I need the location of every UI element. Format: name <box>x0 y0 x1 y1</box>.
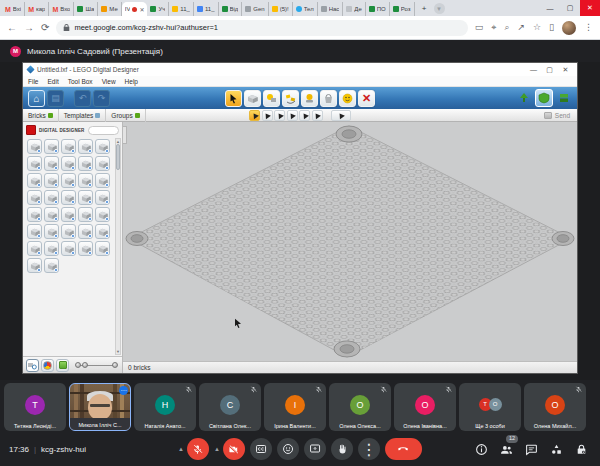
tab-close-icon[interactable]: ✕ <box>139 6 144 13</box>
cam-options-chevron-icon[interactable]: ▲ <box>214 446 220 452</box>
participant-tile[interactable]: О Олена Іванівна... <box>394 383 456 431</box>
brick-thumbnail[interactable] <box>44 241 59 256</box>
brick-info-icon[interactable] <box>71 183 75 187</box>
reactions-button[interactable] <box>277 438 299 460</box>
browser-tab[interactable]: MВхо <box>49 2 74 16</box>
browser-tab[interactable]: Від <box>219 2 243 16</box>
brick-info-icon[interactable] <box>37 234 41 238</box>
menu-item-edit[interactable]: Edit <box>47 78 58 85</box>
scrollbar-thumb[interactable] <box>116 144 120 170</box>
participants-button[interactable]: 12 <box>500 443 513 456</box>
browser-tab[interactable]: Нас <box>318 2 344 16</box>
brick-info-icon[interactable] <box>71 149 75 153</box>
brick-info-icon[interactable] <box>105 166 109 170</box>
filter-color-button[interactable] <box>41 359 54 372</box>
browser-tab[interactable]: ПО <box>366 2 390 16</box>
brick-info-icon[interactable] <box>37 268 41 272</box>
tile-menu-icon[interactable]: ⋯ <box>119 386 128 395</box>
side-panel-icon[interactable]: ▯ <box>549 23 554 32</box>
brick-thumbnail[interactable] <box>27 190 42 205</box>
panel-collapse-handle[interactable] <box>123 126 127 144</box>
brick-thumbnail[interactable] <box>61 139 76 154</box>
brick-thumbnail[interactable] <box>61 173 76 188</box>
participant-tile[interactable]: Н Наталія Анато... <box>134 383 196 431</box>
select-all-button[interactable] <box>312 110 323 121</box>
brick-info-icon[interactable] <box>37 166 41 170</box>
browser-menu-icon[interactable]: ⋮ <box>584 23 593 32</box>
leave-call-button[interactable] <box>385 438 422 460</box>
scroll-down-icon[interactable]: ▼ <box>116 349 120 354</box>
brick-thumbnail[interactable] <box>78 190 93 205</box>
brick-thumbnail[interactable] <box>44 139 59 154</box>
filter-decoration-button[interactable] <box>56 359 69 372</box>
palette-scrollbar[interactable]: ▲ ▼ <box>115 138 121 355</box>
select-connected-button[interactable] <box>262 110 273 121</box>
brick-info-icon[interactable] <box>54 251 58 255</box>
brick-info-icon[interactable] <box>71 200 75 204</box>
brick-thumbnail[interactable] <box>78 139 93 154</box>
camera-off-button[interactable] <box>223 438 245 460</box>
window-minimize-button[interactable]: — <box>540 0 560 16</box>
select-color-button[interactable] <box>274 110 285 121</box>
brick-thumbnail[interactable] <box>78 156 93 171</box>
brick-thumbnail[interactable] <box>61 241 76 256</box>
menu-item-tool-box[interactable]: Tool Box <box>68 78 93 85</box>
browser-tab[interactable]: Уч <box>147 2 169 16</box>
brick-thumbnail[interactable] <box>95 139 110 154</box>
brick-info-icon[interactable] <box>88 149 92 153</box>
brick-info-icon[interactable] <box>105 200 109 204</box>
brick-info-icon[interactable] <box>105 217 109 221</box>
browser-tab[interactable]: Ме <box>98 2 121 16</box>
brick-info-icon[interactable] <box>37 183 41 187</box>
brick-thumbnail[interactable] <box>44 173 59 188</box>
browser-tab[interactable]: Ша <box>74 2 98 16</box>
brick-thumbnail[interactable] <box>78 241 93 256</box>
back-icon[interactable]: ← <box>7 23 17 33</box>
brick-thumbnail[interactable] <box>27 139 42 154</box>
browser-tab[interactable]: MВхі <box>2 2 25 16</box>
ldd-clone-tool-button[interactable] <box>244 90 261 107</box>
forward-icon[interactable]: → <box>24 23 34 33</box>
more-options-button[interactable]: ⋮ <box>358 438 380 460</box>
mic-mute-button[interactable] <box>187 438 209 460</box>
brick-info-icon[interactable] <box>37 251 41 255</box>
brick-info-icon[interactable] <box>105 149 109 153</box>
ldd-close-button[interactable]: ✕ <box>558 64 573 76</box>
brick-thumbnail[interactable] <box>95 241 110 256</box>
brick-thumbnail[interactable] <box>78 207 93 222</box>
brick-thumbnail[interactable] <box>27 173 42 188</box>
activities-button[interactable] <box>550 443 563 456</box>
palette-tab-groups[interactable]: Groups <box>106 109 145 122</box>
captions-button[interactable] <box>250 438 272 460</box>
brick-thumbnail[interactable] <box>61 224 76 239</box>
select-brick-button[interactable] <box>331 110 351 121</box>
brick-thumbnail[interactable] <box>27 156 42 171</box>
build-canvas[interactable] <box>123 122 577 361</box>
brick-thumbnail[interactable] <box>27 241 42 256</box>
browser-tab[interactable]: Роз <box>390 2 415 16</box>
ldd-view-mode-button[interactable] <box>535 89 553 107</box>
filter-bricks-button[interactable] <box>26 359 39 372</box>
host-controls-button[interactable] <box>575 443 588 456</box>
brick-info-icon[interactable] <box>54 234 58 238</box>
ldd-select-tool-button[interactable] <box>225 90 242 107</box>
participant-tile[interactable]: О Олена Олекса... <box>329 383 391 431</box>
ldd-hide-tool-button[interactable] <box>339 90 356 107</box>
new-tab-button[interactable]: + <box>419 3 430 14</box>
menu-item-file[interactable]: File <box>28 78 38 85</box>
brick-info-icon[interactable] <box>37 149 41 153</box>
palette-tab-templates[interactable]: Templates <box>59 109 107 122</box>
brick-info-icon[interactable] <box>54 166 58 170</box>
browser-tab[interactable]: 11_ <box>194 2 219 16</box>
url-bar[interactable]: meet.google.com/kcg-zshv-hui?authuser=1 <box>56 20 467 36</box>
ldd-build-mode-button[interactable] <box>516 90 532 106</box>
ldd-hinge-tool-button[interactable] <box>263 90 280 107</box>
tab-search-chevron-icon[interactable]: ▼ <box>434 3 445 14</box>
brick-info-icon[interactable] <box>54 149 58 153</box>
profile-avatar[interactable] <box>562 21 576 35</box>
ldd-delete-tool-button[interactable]: ✕ <box>358 90 375 107</box>
brick-info-icon[interactable] <box>71 217 75 221</box>
brick-info-icon[interactable] <box>71 234 75 238</box>
share-icon[interactable]: ↗ <box>517 23 525 32</box>
brick-info-icon[interactable] <box>71 251 75 255</box>
